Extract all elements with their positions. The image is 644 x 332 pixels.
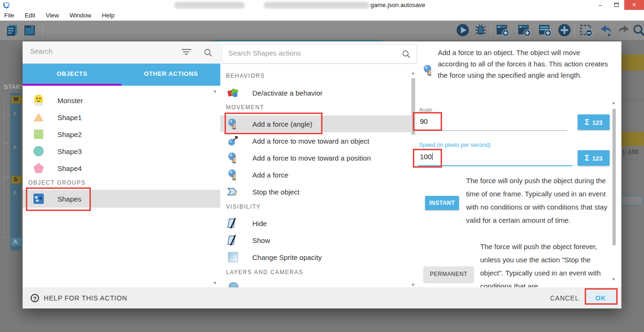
undo-icon[interactable] bbox=[599, 23, 613, 37]
restore-icon bbox=[614, 3, 619, 7]
object-label: Shape4 bbox=[57, 164, 82, 172]
event-divider bbox=[621, 99, 644, 100]
action-item-force-toward-position[interactable]: Add a force to move toward a position bbox=[220, 149, 411, 166]
scrollbar-thumb[interactable] bbox=[411, 78, 415, 135]
group-item-shapes[interactable]: Shapes bbox=[23, 190, 220, 208]
add-event-icon[interactable] bbox=[495, 23, 509, 37]
event-row-selected: A bbox=[11, 238, 23, 246]
play-preview-icon[interactable] bbox=[456, 23, 470, 37]
force-hand-icon bbox=[227, 118, 239, 130]
behavior-icon bbox=[227, 87, 239, 99]
redo-icon[interactable] bbox=[617, 23, 631, 37]
circle-thumbnail-icon bbox=[33, 145, 44, 157]
redacted-path-blob bbox=[264, 2, 370, 8]
tree-line bbox=[4, 97, 9, 115]
scroll-down-icon[interactable]: ▼ bbox=[213, 281, 217, 285]
object-item-shape1[interactable]: Shape1 bbox=[23, 109, 220, 126]
scene-tab-label: START bbox=[4, 83, 24, 90]
toolbar-separator bbox=[42, 24, 43, 36]
search-icon[interactable] bbox=[402, 49, 411, 59]
search-icon[interactable] bbox=[203, 48, 213, 57]
angle-expression-button[interactable]: Σ123 bbox=[578, 114, 610, 130]
action-item-show[interactable]: Show bbox=[220, 232, 411, 249]
action-item-add-force-angle[interactable]: Add a force (angle) bbox=[220, 115, 411, 132]
action-label: Show bbox=[252, 236, 270, 244]
object-tabs: OBJECTS OTHER ACTIONS bbox=[23, 64, 220, 86]
application-window: game.json.autosave – × File Edit View Wi… bbox=[0, 0, 644, 332]
speed-field-label: Speed (in pixels per second) bbox=[419, 142, 491, 148]
menu-file[interactable]: File bbox=[0, 10, 18, 20]
selected-tab-indicator bbox=[23, 84, 121, 86]
visibility-section-header: VISIBILITY bbox=[226, 203, 261, 210]
event-action-letter: A bbox=[13, 190, 16, 195]
tree-line bbox=[4, 177, 9, 238]
scrollbar-thumb[interactable] bbox=[612, 109, 616, 245]
object-item-monster[interactable]: Monster bbox=[23, 92, 220, 109]
help-link[interactable]: HELP FOR THIS ACTION bbox=[44, 294, 127, 302]
ok-button[interactable]: OK bbox=[586, 291, 616, 305]
object-item-shape3[interactable]: Shape3 bbox=[23, 143, 220, 160]
scroll-up-icon[interactable]: ▲ bbox=[411, 71, 415, 75]
instant-description: The force will only push the object duri… bbox=[466, 174, 608, 227]
speed-expression-button[interactable]: Σ123 bbox=[578, 150, 610, 166]
action-item-hide[interactable]: Hide bbox=[220, 215, 411, 232]
tree-line bbox=[4, 144, 9, 177]
angle-field-input[interactable]: 90 bbox=[420, 117, 428, 125]
permanent-button[interactable]: PERMANENT bbox=[424, 267, 474, 282]
filter-icon[interactable] bbox=[182, 49, 191, 56]
angle-value: 90 bbox=[420, 117, 428, 125]
scene-editor-icon[interactable] bbox=[23, 23, 37, 37]
object-search-input[interactable] bbox=[30, 47, 171, 55]
project-manager-icon[interactable] bbox=[5, 23, 19, 37]
add-circle-icon[interactable] bbox=[557, 23, 572, 37]
object-item-shape4[interactable]: Shape4 bbox=[23, 160, 220, 177]
menu-help[interactable]: Help bbox=[97, 10, 119, 20]
menu-view[interactable]: View bbox=[41, 10, 63, 20]
restore-button[interactable] bbox=[608, 0, 624, 10]
instant-button[interactable]: INSTANT bbox=[425, 196, 459, 210]
window-title: game.json.autosave bbox=[370, 1, 425, 8]
object-groups-header: OBJECT GROUPS bbox=[28, 179, 86, 186]
actions-search-input[interactable] bbox=[228, 49, 384, 57]
cancel-button[interactable]: CANCEL bbox=[550, 294, 579, 302]
angle-field-underline bbox=[418, 130, 567, 131]
speed-value: 100 bbox=[420, 153, 432, 161]
action-item-deactivate-behavior[interactable]: De/activate a behavior bbox=[220, 84, 411, 101]
menu-edit[interactable]: Edit bbox=[20, 10, 39, 20]
sigma-icon: Σ bbox=[585, 118, 589, 126]
group-label: Shapes bbox=[57, 195, 81, 203]
action-label: De/activate a behavior bbox=[252, 89, 322, 97]
event-row-highlight bbox=[621, 55, 644, 71]
action-item-stop-object[interactable]: Stop the object bbox=[220, 183, 411, 200]
action-label: Change Sprite opacity bbox=[252, 253, 322, 261]
force-arrow-icon bbox=[227, 135, 239, 147]
action-item-change-opacity[interactable]: Change Sprite opacity bbox=[220, 249, 411, 266]
expression-button-label: 123 bbox=[592, 155, 603, 162]
permanent-description: The force will push the object forever, … bbox=[480, 240, 609, 293]
scroll-down-icon[interactable]: ▼ bbox=[411, 283, 415, 287]
delete-event-icon[interactable] bbox=[579, 23, 593, 37]
tab-other-actions[interactable]: OTHER ACTIONS bbox=[121, 64, 220, 86]
action-item-add-force[interactable]: Add a force bbox=[220, 166, 411, 183]
action-item-force-toward-object[interactable]: Add a force to move toward an object bbox=[220, 132, 411, 149]
help-icon[interactable]: ? bbox=[31, 294, 39, 302]
action-label: Add a force bbox=[252, 171, 289, 179]
scroll-up-icon[interactable]: ▲ bbox=[612, 100, 616, 105]
debug-icon[interactable] bbox=[474, 23, 488, 37]
event-column-bar bbox=[10, 93, 21, 251]
speed-field-input[interactable]: 100 bbox=[420, 153, 433, 161]
tab-objects[interactable]: OBJECTS bbox=[23, 64, 121, 86]
pentagon-thumbnail-icon bbox=[33, 162, 44, 174]
minimize-button[interactable]: – bbox=[592, 0, 608, 10]
actions-scrollbar[interactable]: ▲ ▼ bbox=[411, 71, 416, 287]
object-item-shape2[interactable]: Shape2 bbox=[23, 126, 220, 143]
search-toolbar-icon[interactable] bbox=[632, 23, 644, 37]
add-comment-icon[interactable] bbox=[538, 23, 552, 37]
scroll-down-icon[interactable]: ▼ bbox=[612, 277, 616, 282]
details-scrollbar[interactable]: ▲ ▼ bbox=[611, 100, 617, 282]
text-cursor bbox=[432, 153, 433, 160]
add-subevent-icon[interactable] bbox=[517, 23, 531, 37]
menu-window[interactable]: Window bbox=[65, 10, 96, 20]
close-button[interactable]: × bbox=[624, 0, 644, 10]
scroll-up-icon[interactable]: ▲ bbox=[213, 89, 217, 93]
